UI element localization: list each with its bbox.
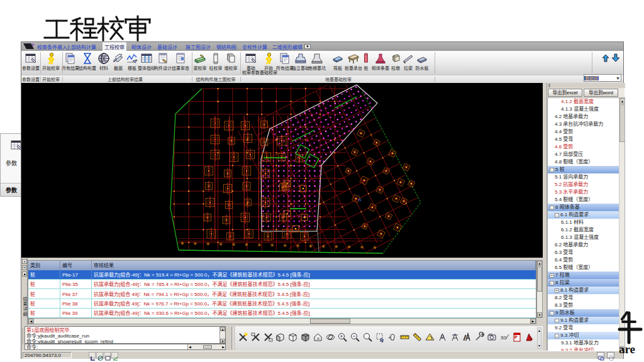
svg-text:P: P [514,335,518,339]
svg-text:N: N [358,198,361,202]
svg-text:are: are [619,343,635,356]
svg-text:50: 50 [501,335,506,341]
